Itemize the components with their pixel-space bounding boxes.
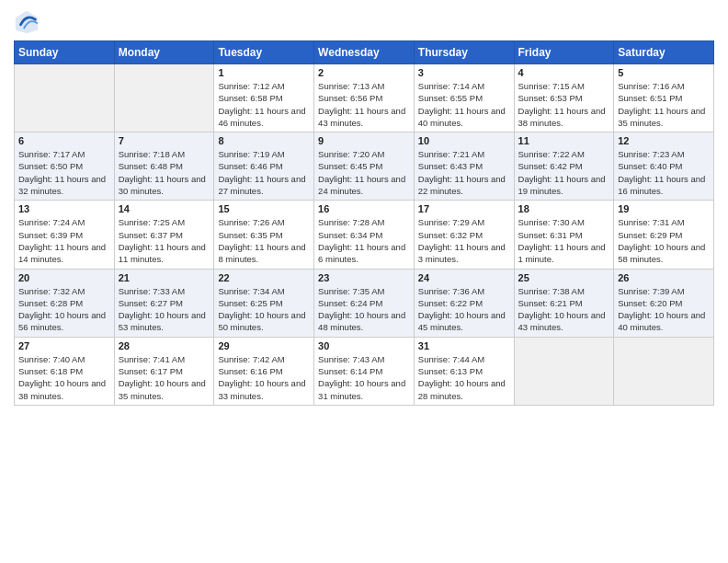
day-info: Sunrise: 7:21 AM Sunset: 6:43 PM Dayligh… <box>418 148 510 197</box>
calendar-header: Sunday Monday Tuesday Wednesday Thursday… <box>15 41 714 64</box>
col-thursday: Thursday <box>414 41 514 64</box>
logo <box>14 9 43 35</box>
day-number: 18 <box>518 203 610 214</box>
day-info: Sunrise: 7:32 AM Sunset: 6:28 PM Dayligh… <box>18 285 110 334</box>
col-sunday: Sunday <box>15 41 115 64</box>
day-number: 24 <box>418 272 510 283</box>
day-info: Sunrise: 7:13 AM Sunset: 6:56 PM Dayligh… <box>318 80 410 129</box>
calendar-cell: 11Sunrise: 7:22 AM Sunset: 6:42 PM Dayli… <box>514 132 614 201</box>
day-number: 11 <box>518 135 610 146</box>
calendar-cell: 1Sunrise: 7:12 AM Sunset: 6:58 PM Daylig… <box>214 64 314 132</box>
day-number: 13 <box>18 203 110 214</box>
day-number: 15 <box>218 203 310 214</box>
day-number: 19 <box>618 203 710 214</box>
col-friday: Friday <box>514 41 614 64</box>
calendar-cell: 15Sunrise: 7:26 AM Sunset: 6:35 PM Dayli… <box>214 201 314 269</box>
day-info: Sunrise: 7:29 AM Sunset: 6:32 PM Dayligh… <box>418 216 510 265</box>
day-info: Sunrise: 7:23 AM Sunset: 6:40 PM Dayligh… <box>618 148 710 197</box>
day-info: Sunrise: 7:34 AM Sunset: 6:25 PM Dayligh… <box>218 285 310 334</box>
day-info: Sunrise: 7:22 AM Sunset: 6:42 PM Dayligh… <box>518 148 610 197</box>
day-number: 3 <box>418 67 510 78</box>
calendar-cell: 13Sunrise: 7:24 AM Sunset: 6:39 PM Dayli… <box>15 201 115 269</box>
day-info: Sunrise: 7:14 AM Sunset: 6:55 PM Dayligh… <box>418 80 510 129</box>
calendar-cell: 22Sunrise: 7:34 AM Sunset: 6:25 PM Dayli… <box>214 269 314 337</box>
calendar-cell <box>614 337 714 405</box>
day-info: Sunrise: 7:16 AM Sunset: 6:51 PM Dayligh… <box>618 80 710 129</box>
calendar-cell: 20Sunrise: 7:32 AM Sunset: 6:28 PM Dayli… <box>15 269 115 337</box>
day-info: Sunrise: 7:17 AM Sunset: 6:50 PM Dayligh… <box>18 148 110 197</box>
day-info: Sunrise: 7:19 AM Sunset: 6:46 PM Dayligh… <box>218 148 310 197</box>
day-number: 31 <box>418 340 510 351</box>
calendar-cell: 2Sunrise: 7:13 AM Sunset: 6:56 PM Daylig… <box>314 64 415 132</box>
day-number: 21 <box>119 272 210 283</box>
day-info: Sunrise: 7:26 AM Sunset: 6:35 PM Dayligh… <box>218 216 310 265</box>
day-info: Sunrise: 7:28 AM Sunset: 6:34 PM Dayligh… <box>318 216 410 265</box>
calendar-cell: 28Sunrise: 7:41 AM Sunset: 6:17 PM Dayli… <box>114 337 214 405</box>
calendar-body: 1Sunrise: 7:12 AM Sunset: 6:58 PM Daylig… <box>15 64 714 406</box>
day-info: Sunrise: 7:38 AM Sunset: 6:21 PM Dayligh… <box>518 285 610 334</box>
col-wednesday: Wednesday <box>314 41 415 64</box>
day-number: 29 <box>218 340 310 351</box>
calendar-week-2: 6Sunrise: 7:17 AM Sunset: 6:50 PM Daylig… <box>15 132 714 201</box>
calendar-cell: 18Sunrise: 7:30 AM Sunset: 6:31 PM Dayli… <box>514 201 614 269</box>
calendar-cell: 12Sunrise: 7:23 AM Sunset: 6:40 PM Dayli… <box>614 132 714 201</box>
day-info: Sunrise: 7:43 AM Sunset: 6:14 PM Dayligh… <box>318 353 410 402</box>
calendar-cell: 7Sunrise: 7:18 AM Sunset: 6:48 PM Daylig… <box>114 132 214 201</box>
calendar-cell: 21Sunrise: 7:33 AM Sunset: 6:27 PM Dayli… <box>114 269 214 337</box>
day-info: Sunrise: 7:36 AM Sunset: 6:22 PM Dayligh… <box>418 285 510 334</box>
calendar-cell: 31Sunrise: 7:44 AM Sunset: 6:13 PM Dayli… <box>414 337 514 405</box>
day-info: Sunrise: 7:42 AM Sunset: 6:16 PM Dayligh… <box>218 353 310 402</box>
calendar-cell: 14Sunrise: 7:25 AM Sunset: 6:37 PM Dayli… <box>114 201 214 269</box>
calendar-cell: 9Sunrise: 7:20 AM Sunset: 6:45 PM Daylig… <box>314 132 415 201</box>
day-number: 1 <box>218 67 310 78</box>
day-info: Sunrise: 7:41 AM Sunset: 6:17 PM Dayligh… <box>119 353 210 402</box>
day-number: 27 <box>18 340 110 351</box>
calendar-cell: 24Sunrise: 7:36 AM Sunset: 6:22 PM Dayli… <box>414 269 514 337</box>
day-number: 6 <box>18 135 110 146</box>
day-number: 30 <box>318 340 410 351</box>
day-number: 7 <box>119 135 210 146</box>
day-info: Sunrise: 7:12 AM Sunset: 6:58 PM Dayligh… <box>218 80 310 129</box>
day-info: Sunrise: 7:35 AM Sunset: 6:24 PM Dayligh… <box>318 285 410 334</box>
calendar-week-1: 1Sunrise: 7:12 AM Sunset: 6:58 PM Daylig… <box>15 64 714 132</box>
logo-icon <box>14 9 40 35</box>
day-info: Sunrise: 7:40 AM Sunset: 6:18 PM Dayligh… <box>18 353 110 402</box>
day-number: 12 <box>618 135 710 146</box>
calendar-cell: 4Sunrise: 7:15 AM Sunset: 6:53 PM Daylig… <box>514 64 614 132</box>
calendar-cell: 26Sunrise: 7:39 AM Sunset: 6:20 PM Dayli… <box>614 269 714 337</box>
day-number: 8 <box>218 135 310 146</box>
calendar-cell: 10Sunrise: 7:21 AM Sunset: 6:43 PM Dayli… <box>414 132 514 201</box>
day-number: 9 <box>318 135 410 146</box>
col-monday: Monday <box>114 41 214 64</box>
calendar-cell <box>514 337 614 405</box>
day-number: 22 <box>218 272 310 283</box>
day-number: 10 <box>418 135 510 146</box>
calendar-cell: 30Sunrise: 7:43 AM Sunset: 6:14 PM Dayli… <box>314 337 415 405</box>
calendar-cell: 5Sunrise: 7:16 AM Sunset: 6:51 PM Daylig… <box>614 64 714 132</box>
calendar-cell <box>114 64 214 132</box>
col-tuesday: Tuesday <box>214 41 314 64</box>
day-info: Sunrise: 7:18 AM Sunset: 6:48 PM Dayligh… <box>119 148 210 197</box>
day-number: 2 <box>318 67 410 78</box>
col-saturday: Saturday <box>614 41 714 64</box>
day-number: 28 <box>119 340 210 351</box>
day-info: Sunrise: 7:30 AM Sunset: 6:31 PM Dayligh… <box>518 216 610 265</box>
header <box>14 9 714 35</box>
day-number: 23 <box>318 272 410 283</box>
calendar-table: Sunday Monday Tuesday Wednesday Thursday… <box>14 40 714 406</box>
calendar-cell: 16Sunrise: 7:28 AM Sunset: 6:34 PM Dayli… <box>314 201 415 269</box>
day-number: 16 <box>318 203 410 214</box>
day-number: 17 <box>418 203 510 214</box>
day-info: Sunrise: 7:31 AM Sunset: 6:29 PM Dayligh… <box>618 216 710 265</box>
day-info: Sunrise: 7:25 AM Sunset: 6:37 PM Dayligh… <box>119 216 210 265</box>
calendar-week-3: 13Sunrise: 7:24 AM Sunset: 6:39 PM Dayli… <box>15 201 714 269</box>
calendar-cell: 19Sunrise: 7:31 AM Sunset: 6:29 PM Dayli… <box>614 201 714 269</box>
day-number: 4 <box>518 67 610 78</box>
calendar-cell: 3Sunrise: 7:14 AM Sunset: 6:55 PM Daylig… <box>414 64 514 132</box>
calendar-cell <box>15 64 115 132</box>
day-number: 14 <box>119 203 210 214</box>
day-info: Sunrise: 7:24 AM Sunset: 6:39 PM Dayligh… <box>18 216 110 265</box>
header-row: Sunday Monday Tuesday Wednesday Thursday… <box>15 41 714 64</box>
day-number: 26 <box>618 272 710 283</box>
day-info: Sunrise: 7:20 AM Sunset: 6:45 PM Dayligh… <box>318 148 410 197</box>
